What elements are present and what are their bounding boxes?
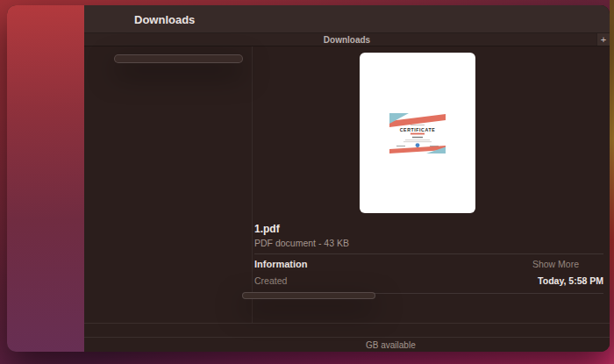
show-more-link[interactable]: Show More [532,259,603,269]
svg-text:CERTIFICATE: CERTIFICATE [400,126,436,132]
add-button[interactable]: + [596,33,610,46]
back-button[interactable] [95,14,106,25]
column-header-title: Downloads [324,35,370,45]
services-submenu [242,292,375,299]
information-label: Information [254,259,308,269]
sidebar [7,5,84,352]
content-area: CERTIFICATE [84,46,610,323]
pdf-preview-page: CERTIFICATE [360,53,475,213]
desktop: Downloads Downloads + [0,0,614,364]
preview-pane: CERTIFICATE [253,46,610,323]
file-info: 1.pdf PDF document - 43 KB Information S… [254,223,603,298]
preview-file-kind: PDF document - 43 KB [254,238,603,248]
zoom-button[interactable] [53,17,63,27]
minimize-button[interactable] [35,17,46,27]
preview-file-name: 1.pdf [254,223,603,235]
divider [254,253,603,254]
file-list-column [84,46,253,323]
window-title: Downloads [134,5,195,33]
nav-buttons [95,5,129,33]
certificate-thumbnail: CERTIFICATE [389,113,446,153]
created-value: Today, 5:58 PM [538,275,603,286]
window-controls [18,17,63,27]
status-bar: GB available [84,337,610,352]
created-label: Created [254,275,287,286]
status-text: GB available [366,340,416,350]
finder-window: Downloads Downloads + [7,5,610,352]
context-menu [114,54,243,63]
close-button[interactable] [18,17,28,27]
toolbar: Downloads [84,5,610,33]
path-bar [84,323,610,337]
wallpaper-edge [610,0,614,364]
forward-button[interactable] [118,14,129,25]
column-header: Downloads + [84,33,610,46]
